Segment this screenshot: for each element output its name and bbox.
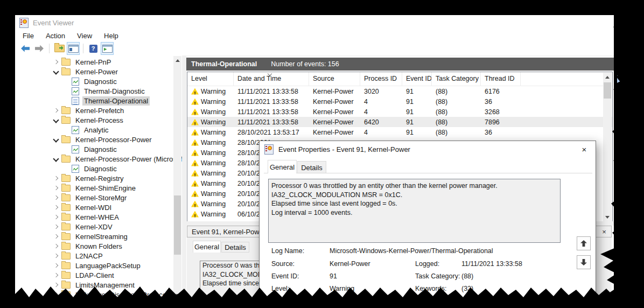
- column-header-thread-id[interactable]: Thread ID: [481, 72, 521, 86]
- menu-file[interactable]: File: [17, 31, 40, 41]
- chevron-right-icon[interactable]: [53, 233, 59, 240]
- cell-task_category: (88): [432, 98, 481, 106]
- tree-item[interactable]: Diagnostic: [15, 164, 173, 173]
- event-row[interactable]: Warning11/11/2021 13:33:58Kernel-Power30…: [187, 86, 612, 96]
- preview-close-button[interactable]: ×: [600, 228, 608, 236]
- tree-scrollbar-thumb[interactable]: [174, 195, 181, 255]
- tree-item[interactable]: Kernel-ShimEngine: [15, 183, 173, 193]
- event-row[interactable]: Warning11/11/2021 13:33:58Kernel-Power64…: [187, 117, 612, 127]
- tree-item[interactable]: Kernel-Registry: [15, 173, 173, 183]
- chevron-right-icon[interactable]: [53, 291, 59, 298]
- scroll-down-icon[interactable]: [173, 291, 181, 299]
- column-header-source[interactable]: Source: [309, 72, 360, 86]
- chart-icon: [72, 145, 79, 153]
- preview-tab-general[interactable]: General: [193, 241, 221, 253]
- tree-item[interactable]: Analytic: [15, 125, 173, 135]
- cell-process_id: 4: [360, 98, 402, 106]
- menu-action[interactable]: Action: [40, 31, 71, 41]
- tree-item[interactable]: Kernel-WHEA: [15, 212, 173, 222]
- warning-icon: [191, 170, 199, 177]
- tree-item[interactable]: Thermal-Operational: [15, 96, 173, 106]
- field-label: Task Category:: [415, 272, 460, 280]
- chevron-down-icon[interactable]: [53, 156, 59, 162]
- tree-item[interactable]: Kernel-PnP: [15, 57, 173, 67]
- chevron-right-icon[interactable]: [53, 243, 59, 249]
- chevron-right-icon[interactable]: [53, 282, 59, 288]
- chevron-right-icon[interactable]: [53, 272, 59, 278]
- open-saved-log-button[interactable]: [53, 42, 66, 55]
- tree-scrollbar[interactable]: [173, 56, 181, 299]
- scroll-up-icon[interactable]: [603, 73, 612, 81]
- tree-item[interactable]: Kernel-StoreMgr: [15, 193, 173, 202]
- tree-item[interactable]: Known Folders: [15, 241, 173, 251]
- chevron-right-icon[interactable]: [53, 59, 59, 65]
- event-row[interactable]: Warning11/11/2021 13:33:58Kernel-Power49…: [187, 96, 612, 107]
- help-button[interactable]: ?: [87, 42, 100, 55]
- tree-item-label: LimitsManagement: [74, 281, 136, 290]
- previous-event-button[interactable]: [577, 236, 591, 250]
- dialog-tab-general[interactable]: General: [268, 160, 297, 173]
- forward-button[interactable]: [33, 42, 46, 55]
- show-console-tree-button[interactable]: [67, 42, 80, 55]
- folder-icon: [61, 136, 71, 143]
- tree-item[interactable]: Thermal-Diagnostic: [15, 86, 173, 96]
- field-value-log-name: Microsoft-Windows-Kernel-Power/Thermal-O…: [330, 247, 493, 255]
- description-line: Processor 0 was throttled by an entity o…: [271, 182, 560, 191]
- chevron-down-icon[interactable]: [53, 117, 59, 123]
- next-event-button[interactable]: [577, 255, 591, 269]
- field-label: Level:: [271, 285, 289, 292]
- folder-icon: [61, 185, 71, 192]
- column-header-process-id[interactable]: Process ID: [360, 72, 402, 86]
- preview-tab-details[interactable]: Details: [221, 242, 249, 253]
- chevron-right-icon[interactable]: [53, 262, 59, 269]
- tree-item[interactable]: Diagnostic: [15, 76, 173, 86]
- cell-thread_id: 7896: [481, 118, 521, 126]
- tree-item[interactable]: Kernel-Processor-Power (Microsoft-: [15, 154, 173, 164]
- chevron-right-icon[interactable]: [53, 253, 59, 259]
- tree-item[interactable]: LanguagePackSetup: [15, 261, 173, 270]
- tree-item[interactable]: Kernel-WDI: [15, 202, 173, 212]
- tree-item-label: Thermal-Operational: [82, 96, 150, 106]
- show-action-pane-button[interactable]: [101, 42, 114, 55]
- scroll-down-icon[interactable]: [603, 213, 612, 221]
- chevron-right-icon[interactable]: [53, 107, 59, 114]
- tree-item[interactable]: Kernel-Process: [15, 115, 173, 125]
- chevron-right-icon[interactable]: [53, 223, 59, 230]
- pane-splitter[interactable]: [182, 55, 186, 299]
- events-scrollbar[interactable]: [603, 73, 612, 221]
- tree-item[interactable]: L2NACP: [15, 251, 173, 261]
- tree-item[interactable]: Link Layer Discovery Protocol: [15, 290, 173, 299]
- column-header-event-id[interactable]: Event ID: [402, 72, 432, 86]
- tree-item[interactable]: Kernel-Processor-Power: [15, 135, 173, 144]
- chevron-right-icon[interactable]: [53, 185, 59, 191]
- tree-item-label: Kernel-Process: [74, 116, 125, 125]
- chevron-down-icon[interactable]: [53, 68, 59, 75]
- tree-item[interactable]: Kernel-Prefetch: [15, 106, 173, 115]
- tree-item[interactable]: Kernel-Power: [15, 67, 173, 76]
- dialog-tab-details[interactable]: Details: [297, 161, 326, 173]
- chevron-right-icon[interactable]: [53, 214, 59, 220]
- dialog-close-button[interactable]: ×: [579, 144, 589, 154]
- chevron-right-icon[interactable]: [53, 194, 59, 201]
- event-properties-dialog: Event Properties - Event 91, Kernel-Powe…: [259, 141, 596, 308]
- column-header-task-category[interactable]: Task Category: [432, 72, 481, 86]
- scroll-up-icon[interactable]: [173, 56, 181, 65]
- events-scrollbar-thumb[interactable]: [604, 82, 611, 99]
- column-header-level[interactable]: Level: [187, 72, 234, 86]
- menu-help[interactable]: Help: [98, 31, 124, 41]
- back-button[interactable]: [19, 42, 32, 55]
- warning-icon: [191, 88, 199, 95]
- tree-item[interactable]: LimitsManagement: [15, 280, 173, 290]
- chevron-right-icon[interactable]: [53, 204, 59, 211]
- event-row[interactable]: Warning28/10/2021 13:53:17Kernel-Power49…: [187, 127, 612, 137]
- chevron-down-icon[interactable]: [53, 136, 59, 143]
- menu-view[interactable]: View: [71, 31, 98, 41]
- tab-strip-line: [264, 173, 592, 173]
- tree-item[interactable]: Diagnostic: [15, 144, 173, 154]
- tree-item[interactable]: Kernel-XDV: [15, 222, 173, 232]
- event-row[interactable]: Warning11/11/2021 13:33:58Kernel-Power49…: [187, 107, 612, 117]
- cell-thread_id: 36: [481, 98, 521, 106]
- chevron-right-icon[interactable]: [53, 175, 59, 181]
- tree-item[interactable]: LDAP-Client: [15, 270, 173, 280]
- tree-item[interactable]: KernelStreaming: [15, 232, 173, 241]
